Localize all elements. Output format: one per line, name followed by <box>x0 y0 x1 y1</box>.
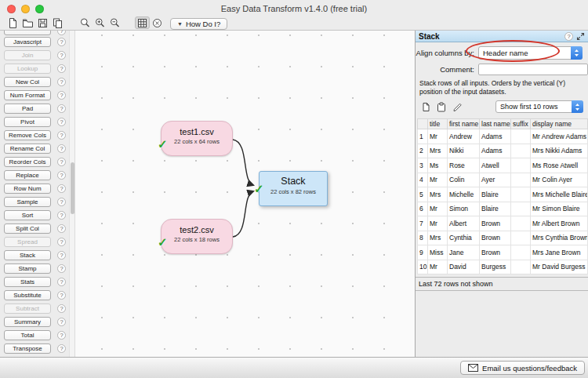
transform-sidebar: ? Javascript? Join? Lookup? New Col? Num… <box>0 31 69 357</box>
help-icon[interactable]: ? <box>57 344 66 353</box>
transform-button-pad[interactable]: Pad <box>4 104 51 114</box>
transform-button-replace[interactable]: Replace <box>4 170 51 180</box>
export-button[interactable] <box>419 100 433 113</box>
help-icon[interactable]: ? <box>57 184 66 193</box>
transform-button-row-num[interactable]: Row Num <box>4 184 51 194</box>
zoom-in-button[interactable] <box>93 16 107 29</box>
help-icon[interactable]: ? <box>57 104 66 113</box>
sidebar-scrollbar[interactable] <box>69 31 75 357</box>
sidebar-item-reorder-cols: Reorder Cols? <box>0 155 69 169</box>
new-file-button[interactable] <box>5 16 20 29</box>
scrollbar-thumb[interactable] <box>71 162 74 214</box>
panel-toolbar: Show first 10 rows <box>419 100 583 113</box>
transform-button-stack[interactable]: Stack <box>4 250 51 260</box>
save-button[interactable] <box>35 16 50 29</box>
node-title: test2.csv <box>162 225 232 234</box>
magnifier-plus-icon <box>94 17 106 29</box>
align-columns-select[interactable]: Header name <box>478 46 583 60</box>
transform-button-substitute[interactable]: Substitute <box>4 290 51 300</box>
transform-button-sample[interactable]: Sample <box>4 197 51 207</box>
transform-button-new-col[interactable]: New Col <box>4 77 51 87</box>
help-icon[interactable]: ? <box>57 198 66 206</box>
transform-button-rename-col[interactable]: Rename Col <box>4 144 51 154</box>
rows-note: Last 72 rows not shown <box>416 277 588 291</box>
expand-panel-button[interactable] <box>576 32 585 41</box>
sidebar-item-substitute: Substitute? <box>0 289 69 302</box>
email-feedback-button[interactable]: Email us questions/feedback <box>460 361 585 375</box>
clear-canvas-button[interactable] <box>150 16 165 29</box>
help-icon[interactable]: ? <box>57 91 66 100</box>
help-icon[interactable]: ? <box>57 251 66 260</box>
node-test1-csv[interactable]: ✓ test1.csv 22 cols x 64 rows <box>161 121 233 156</box>
help-icon[interactable]: ? <box>57 278 66 286</box>
node-test2-csv[interactable]: ✓ test2.csv 22 cols x 18 rows <box>161 219 233 254</box>
zoom-out-button[interactable] <box>107 16 122 29</box>
copy-to-clipboard-button[interactable] <box>434 100 448 113</box>
preview-table: title first name last name suffix displa… <box>417 118 588 274</box>
help-icon[interactable]: ? <box>57 264 66 273</box>
show-rows-value: Show first 10 rows <box>500 103 558 111</box>
transform-button-spread[interactable]: Spread <box>4 237 51 247</box>
transform-button-sort[interactable]: Sort <box>4 210 51 220</box>
help-icon[interactable]: ? <box>57 211 66 220</box>
help-icon[interactable]: ? <box>57 38 66 46</box>
table-row: 2MrsNikkiAdamsMrs Nikki Adams <box>418 144 588 158</box>
help-icon[interactable]: ? <box>57 131 66 140</box>
zoom-fit-button[interactable] <box>78 16 93 29</box>
table-row: 4MrColinAyerMr Colin Ayer <box>418 173 588 187</box>
help-icon[interactable]: ? <box>57 144 66 153</box>
sidebar-item-sample: Sample? <box>0 195 69 209</box>
clipboard-icon <box>437 102 446 112</box>
transform-button-num-format[interactable]: Num Format <box>4 90 51 100</box>
column-header: first name <box>448 119 480 129</box>
help-icon[interactable]: ? <box>57 51 66 60</box>
transform-button-subtract[interactable]: Subtract <box>4 303 51 314</box>
help-icon[interactable]: ? <box>57 318 66 326</box>
help-icon[interactable]: ? <box>57 224 66 233</box>
transform-button-lookup[interactable]: Lookup <box>4 64 51 74</box>
help-icon[interactable]: ? <box>57 158 66 166</box>
transform-button-stats[interactable]: Stats <box>4 277 51 287</box>
grid-toggle-button[interactable] <box>135 16 150 29</box>
help-icon[interactable]: ? <box>57 331 66 340</box>
transform-button-split-col[interactable]: Split Col <box>4 224 51 234</box>
sidebar-item-pad: Pad? <box>0 102 69 115</box>
transform-button-reorder-cols[interactable]: Reorder Cols <box>4 157 51 167</box>
transform-button-partial[interactable] <box>4 31 51 35</box>
help-icon[interactable]: ? <box>57 238 66 246</box>
success-check-icon: ✓ <box>254 182 264 196</box>
help-icon[interactable]: ? <box>57 118 66 126</box>
transform-button-remove-cols[interactable]: Remove Cols <box>4 130 51 140</box>
how-do-i-button[interactable]: ▼ How Do I? <box>170 18 227 30</box>
edit-button[interactable] <box>450 100 464 113</box>
transform-button-pivot[interactable]: Pivot <box>4 117 51 127</box>
transform-button-stamp[interactable]: Stamp <box>4 264 51 274</box>
workflow-canvas[interactable]: ✓ test1.csv 22 cols x 64 rows ✓ test2.cs… <box>75 31 415 357</box>
help-icon[interactable]: ? <box>57 304 66 313</box>
transform-button-total[interactable]: Total <box>4 330 51 340</box>
help-icon[interactable]: ? <box>57 171 66 180</box>
transform-button-javascript[interactable]: Javascript <box>4 37 51 47</box>
transform-button-join[interactable]: Join <box>4 50 51 60</box>
folder-icon <box>22 17 34 29</box>
open-file-button[interactable] <box>20 16 35 29</box>
sidebar-item-stats: Stats? <box>0 275 69 289</box>
copy-button[interactable] <box>50 16 65 29</box>
comment-input[interactable] <box>478 64 588 75</box>
document-icon <box>421 102 431 112</box>
sidebar-item-transpose: Transpose? <box>0 342 69 355</box>
sidebar-item-row-num: Row Num? <box>0 182 69 195</box>
transform-button-summary[interactable]: Summary <box>4 317 51 327</box>
show-rows-select[interactable]: Show first 10 rows <box>495 100 583 113</box>
sidebar-item-sort: Sort? <box>0 209 69 222</box>
transform-button-transpose[interactable]: Transpose <box>4 343 51 354</box>
help-icon[interactable]: ? <box>57 291 66 300</box>
sidebar-item-rename-col: Rename Col? <box>0 142 69 155</box>
node-stack-selected[interactable]: ✓ Stack 22 cols x 82 rows <box>259 171 328 206</box>
help-icon[interactable]: ? <box>57 64 66 73</box>
help-icon[interactable]: ? <box>57 78 66 86</box>
help-icon[interactable]: ? <box>564 32 573 41</box>
panel-title: Stack <box>419 32 564 41</box>
node-title: Stack <box>260 176 327 187</box>
table-row: 3MsRoseAtwellMs Rose Atwell <box>418 158 588 173</box>
